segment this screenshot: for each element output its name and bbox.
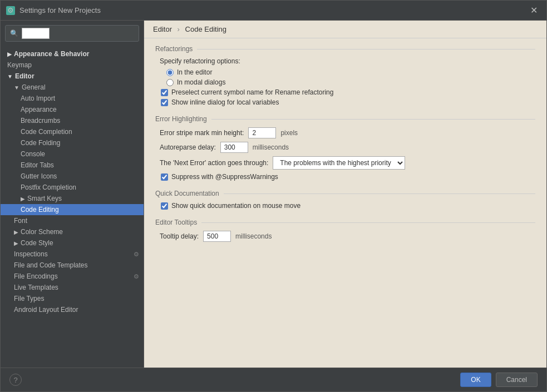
preselect-checkbox[interactable] (161, 89, 168, 96)
autoreparse-row: Autoreparse delay: milliseconds (155, 142, 535, 153)
error-highlighting-title: Error Highlighting (155, 115, 535, 123)
quick-doc-checkbox[interactable] (161, 202, 168, 210)
sidebar-item-auto-import[interactable]: Auto Import (1, 93, 144, 104)
breadcrumb-separator: › (178, 25, 180, 33)
suppress-option[interactable]: Suppress with @SuppressWarnings (155, 173, 535, 181)
chevron-icon: ▶ (7, 51, 12, 57)
tooltip-delay-input[interactable] (203, 231, 231, 242)
sidebar-item-file-encodings[interactable]: File Encodings ⚙ (1, 271, 144, 282)
settings-panel: Refactorings Specify refactoring options… (144, 38, 546, 368)
inline-checkbox[interactable] (161, 99, 168, 106)
breadcrumb: Editor › Code Editing (144, 21, 546, 38)
search-box[interactable]: 🔍 (5, 25, 139, 42)
sidebar-item-appearance[interactable]: Appearance (1, 104, 144, 115)
editor-tooltips-title: Editor Tooltips (155, 219, 535, 226)
preselect-label: Preselect current symbol name for Rename… (171, 88, 333, 96)
search-input[interactable] (22, 28, 50, 39)
radio-in-editor[interactable] (166, 69, 174, 76)
help-button[interactable]: ? (9, 374, 22, 386)
sidebar-item-file-code-templates[interactable]: File and Code Templates (1, 260, 144, 271)
tooltip-delay-row: Tooltip delay: milliseconds (155, 231, 535, 242)
sidebar-item-general[interactable]: ▼ General (1, 82, 144, 93)
content-area: Editor › Code Editing Refactorings Speci… (144, 21, 546, 368)
tooltip-delay-unit: milliseconds (235, 232, 272, 240)
tooltip-delay-label: Tooltip delay: (160, 232, 199, 240)
settings-dialog: ⚙ Settings for New Projects ✕ 🔍 ▶ Appear… (0, 0, 547, 392)
sidebar-item-appearance-behavior[interactable]: ▶ Appearance & Behavior (1, 48, 144, 59)
radio-in-editor-label: In the editor (177, 68, 212, 76)
chevron-icon: ▼ (7, 73, 13, 80)
sidebar-item-gutter-icons[interactable]: Gutter Icons (1, 171, 144, 182)
ok-button[interactable]: OK (460, 373, 491, 387)
sidebar-item-code-style[interactable]: ▶ Code Style (1, 237, 144, 249)
next-error-row: The 'Next Error' action goes through: Th… (155, 156, 535, 170)
sidebar-item-live-templates[interactable]: Live Templates (1, 282, 144, 293)
bottom-bar: ? OK Cancel (1, 368, 546, 391)
next-error-label: The 'Next Error' action goes through: (160, 159, 268, 167)
app-icon: ⚙ (6, 6, 15, 15)
refactorings-title: Refactorings (155, 45, 535, 53)
chevron-icon: ▶ (21, 196, 25, 202)
stripe-value-input[interactable] (248, 127, 276, 138)
sidebar-item-color-scheme[interactable]: ▶ Color Scheme (1, 226, 144, 237)
suppress-label: Suppress with @SuppressWarnings (171, 173, 278, 181)
chevron-icon: ▶ (14, 229, 18, 235)
sidebar-item-file-types[interactable]: File Types (1, 293, 144, 304)
search-icon: 🔍 (10, 29, 18, 37)
close-button[interactable]: ✕ (527, 4, 541, 17)
sidebar-item-editor[interactable]: ▼ Editor (1, 71, 144, 82)
stripe-label: Error stripe mark min height: (160, 129, 244, 137)
radio-in-modal[interactable] (166, 79, 174, 86)
encodings-badge-icon: ⚙ (134, 273, 139, 280)
dialog-title: Settings for New Projects (19, 6, 101, 14)
sidebar: 🔍 ▶ Appearance & Behavior Keymap ▼ Edito… (1, 21, 144, 368)
autoreparse-label: Autoreparse delay: (160, 143, 216, 151)
autoreparse-unit: milliseconds (253, 143, 289, 151)
specify-label: Specify refactoring options: (160, 57, 240, 65)
specify-label-row: Specify refactoring options: (155, 57, 535, 65)
sidebar-item-code-editing[interactable]: Code Editing (1, 204, 144, 215)
suppress-checkbox[interactable] (161, 173, 168, 181)
sidebar-item-keymap[interactable]: Keymap (1, 59, 144, 71)
quick-doc-section: Quick Documentation Show quick documenta… (155, 190, 535, 210)
stripe-row: Error stripe mark min height: pixels (155, 127, 535, 138)
radio-in-editor-row[interactable]: In the editor (155, 68, 535, 76)
chevron-icon: ▶ (14, 240, 18, 246)
quick-doc-option[interactable]: Show quick documentation on mouse move (155, 202, 535, 210)
sidebar-item-android-layout-editor[interactable]: Android Layout Editor (1, 304, 144, 315)
sidebar-item-code-completion[interactable]: Code Completion (1, 126, 144, 137)
inline-label: Show inline dialog for local variables (171, 98, 279, 106)
sidebar-item-font[interactable]: Font (1, 215, 144, 226)
preselect-option[interactable]: Preselect current symbol name for Rename… (155, 88, 535, 96)
sidebar-item-smart-keys[interactable]: ▶ Smart Keys (1, 193, 144, 204)
sidebar-item-postfix-completion[interactable]: Postfix Completion (1, 182, 144, 193)
radio-in-modal-label: In modal dialogs (177, 78, 225, 86)
autoreparse-value-input[interactable] (220, 142, 248, 153)
chevron-icon: ▼ (14, 85, 19, 91)
sidebar-item-breadcrumbs[interactable]: Breadcrumbs (1, 115, 144, 126)
sidebar-item-console[interactable]: Console (1, 148, 144, 160)
stripe-unit: pixels (280, 129, 298, 137)
sidebar-item-editor-tabs[interactable]: Editor Tabs (1, 160, 144, 171)
sidebar-item-inspections[interactable]: Inspections ⚙ (1, 249, 144, 260)
title-bar: ⚙ Settings for New Projects ✕ (1, 1, 546, 21)
quick-doc-title: Quick Documentation (155, 190, 535, 197)
error-highlighting-section: Error Highlighting Error stripe mark min… (155, 115, 535, 181)
sidebar-item-code-folding[interactable]: Code Folding (1, 137, 144, 148)
cancel-button[interactable]: Cancel (496, 373, 538, 387)
inline-option[interactable]: Show inline dialog for local variables (155, 98, 535, 106)
refactorings-section: Refactorings Specify refactoring options… (155, 45, 535, 106)
settings-tree: ▶ Appearance & Behavior Keymap ▼ Editor … (1, 46, 144, 368)
radio-in-modal-row[interactable]: In modal dialogs (155, 78, 535, 86)
inspections-badge-icon: ⚙ (134, 251, 139, 258)
editor-tooltips-section: Editor Tooltips Tooltip delay: milliseco… (155, 219, 535, 242)
quick-doc-label: Show quick documentation on mouse move (171, 202, 300, 210)
next-error-dropdown[interactable]: The problems with the highest priority A… (273, 156, 405, 170)
